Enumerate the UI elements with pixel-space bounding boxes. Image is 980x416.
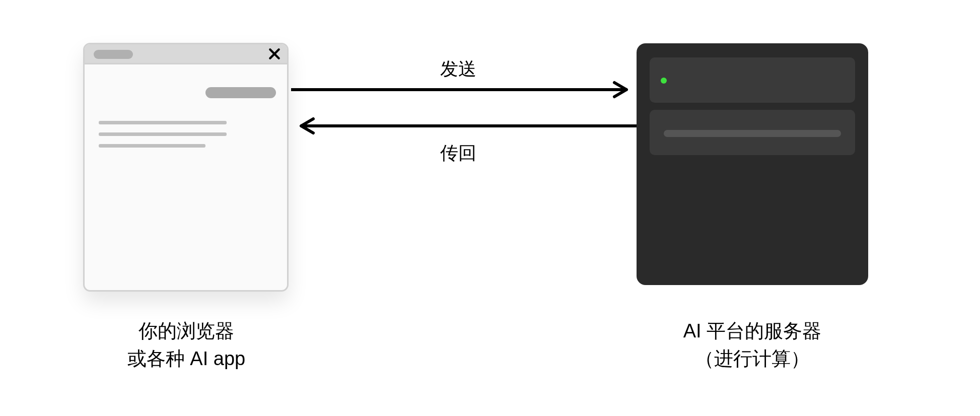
client-browser-window [83, 43, 289, 292]
chat-user-message [205, 87, 276, 98]
chat-reply-line [99, 144, 205, 148]
client-caption: 你的浏览器 或各种 AI app [71, 317, 302, 373]
diagram-container: 发送 传回 你的浏览器 或各种 AI app AI 平台的服务器 （进行计算） [0, 0, 980, 416]
server-slot [650, 110, 855, 155]
window-title-pill [94, 50, 133, 59]
server-caption-line1: AI 平台的服务器 [683, 320, 821, 341]
chat-reply-line [99, 121, 227, 124]
label-return: 传回 [428, 141, 488, 166]
client-caption-line2: 或各种 AI app [127, 348, 245, 369]
client-caption-line1: 你的浏览器 [138, 320, 234, 341]
server-chassis [637, 43, 868, 285]
close-icon [268, 47, 281, 60]
label-send: 发送 [428, 57, 488, 82]
chat-reply-line [99, 132, 227, 136]
arrow-send-icon [291, 80, 637, 100]
server-progress-bar [664, 130, 841, 137]
window-titlebar [85, 44, 287, 64]
server-caption-line2: （进行计算） [695, 348, 810, 369]
arrow-return-icon [291, 116, 637, 136]
server-slot [650, 57, 855, 103]
server-caption: AI 平台的服务器 （进行计算） [637, 317, 868, 373]
status-led-icon [661, 78, 667, 84]
